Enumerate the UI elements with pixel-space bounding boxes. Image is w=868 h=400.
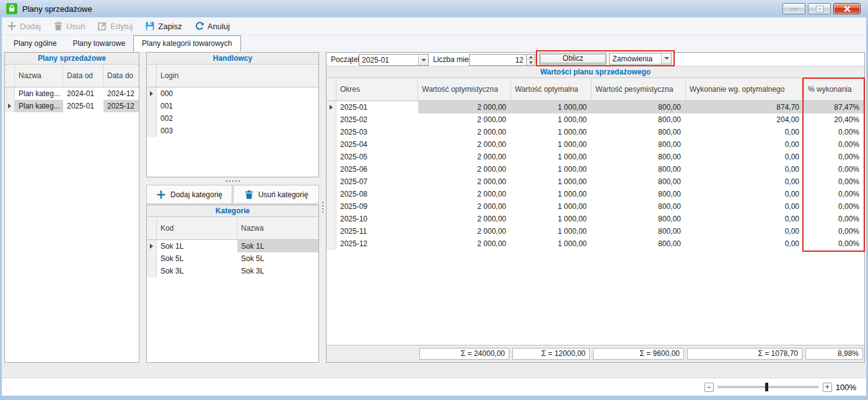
cell[interactable]: 2025-04 (336, 138, 418, 151)
cell[interactable]: 1 000,00 (511, 213, 592, 225)
minimize-button[interactable] (783, 3, 805, 14)
cell[interactable]: 874,70 (686, 101, 804, 113)
cell[interactable]: 800,00 (592, 151, 686, 163)
cell[interactable]: 000 (157, 87, 318, 100)
cell[interactable]: 2 000,00 (418, 188, 511, 200)
zoom-out-button[interactable]: − (704, 383, 714, 392)
cell[interactable]: 2 000,00 (418, 200, 511, 213)
table-row[interactable]: 2025-062 000,001 000,00800,000,000,00% (336, 163, 864, 176)
chevron-down-icon[interactable] (418, 55, 428, 65)
start-period-select[interactable]: 2025-01 (359, 54, 429, 66)
cell[interactable]: 800,00 (592, 200, 686, 213)
cell[interactable]: 204,00 (686, 113, 804, 126)
horizontal-splitter[interactable] (146, 178, 319, 184)
cell[interactable]: 1 000,00 (511, 113, 592, 126)
cell[interactable]: 0,00% (804, 163, 864, 176)
source-select[interactable]: Zamówienia (609, 53, 672, 64)
cell[interactable]: 1 000,00 (511, 176, 592, 188)
spin-up-icon[interactable] (527, 55, 535, 60)
column-header[interactable]: Wykonanie wg. optymalnego (686, 78, 804, 100)
cell[interactable]: 2025-11 (336, 225, 418, 238)
tab-plany-ogolne[interactable]: Plany ogólne (6, 36, 64, 51)
cell[interactable]: 0,00% (804, 238, 864, 250)
cell[interactable]: 0,00 (686, 126, 804, 138)
cell[interactable]: 0,00 (686, 213, 804, 225)
cell[interactable]: 1 000,00 (511, 238, 592, 250)
table-row[interactable]: Plan kateg...2025-012025-12 (15, 100, 139, 112)
cell[interactable]: 2 000,00 (418, 238, 511, 250)
cell[interactable]: 2025-06 (336, 163, 418, 176)
cancel-button[interactable]: Anuluj (195, 21, 230, 31)
table-row[interactable]: 2025-052 000,001 000,00800,000,000,00% (336, 151, 864, 163)
table-row[interactable]: Plan kateg...2024-012024-12 (15, 87, 139, 100)
cell[interactable]: 0,00 (686, 238, 804, 250)
cell[interactable]: 800,00 (592, 138, 686, 151)
column-header[interactable]: Wartość optymistyczna (418, 78, 511, 100)
cell[interactable]: 2025-08 (336, 188, 418, 200)
cell[interactable]: 1 000,00 (511, 200, 592, 213)
tab-plany-kategorii-towarowych[interactable]: Plany kategorii towarowych (133, 35, 240, 52)
cell[interactable]: 003 (157, 125, 318, 137)
cell[interactable]: 0,00% (804, 213, 864, 225)
column-header[interactable]: % wykonania (804, 78, 864, 100)
column-header[interactable]: Wartość pesymistyczna (592, 78, 686, 100)
calculate-button[interactable]: Oblicz (539, 53, 607, 64)
restore-button[interactable] (808, 3, 831, 14)
column-header[interactable]: Data do (103, 64, 139, 87)
table-row[interactable]: 2025-102 000,001 000,00800,000,000,00% (336, 213, 864, 225)
title-bar[interactable]: Plany sprzedażowe (0, 0, 868, 17)
cell[interactable]: 1 000,00 (511, 163, 592, 176)
column-header[interactable]: Login (157, 64, 318, 87)
cell[interactable]: 0,00% (804, 126, 864, 138)
cell[interactable]: 20,40% (804, 113, 864, 126)
table-row[interactable]: Sok 3LSok 3L (157, 265, 318, 277)
cell[interactable]: 1 000,00 (511, 151, 592, 163)
tab-plany-towarowe[interactable]: Plany towarowe (64, 36, 133, 51)
cell[interactable]: 800,00 (592, 238, 686, 250)
table-row[interactable]: 2025-112 000,001 000,00800,000,000,00% (336, 225, 864, 238)
close-button[interactable] (833, 3, 861, 14)
cell[interactable]: 0,00% (804, 151, 864, 163)
cell[interactable]: Sok 1L (157, 240, 237, 252)
chevron-down-icon[interactable] (661, 53, 671, 64)
cell[interactable]: 0,00% (804, 200, 864, 213)
cell[interactable]: 0,00% (804, 138, 864, 151)
cell[interactable]: Sok 1L (237, 240, 318, 252)
spin-down-icon[interactable] (527, 60, 535, 65)
cell[interactable]: 2025-12 (336, 238, 418, 250)
cell[interactable]: 0,00 (686, 225, 804, 238)
column-header[interactable]: Kod (157, 217, 237, 239)
table-row[interactable]: 002 (157, 112, 318, 125)
cell[interactable]: 800,00 (592, 176, 686, 188)
table-row[interactable]: Sok 5LSok 5L (157, 252, 318, 265)
cell[interactable]: 800,00 (592, 225, 686, 238)
cell[interactable]: 2025-10 (336, 213, 418, 225)
cell[interactable]: 1 000,00 (511, 138, 592, 151)
cell[interactable]: 0,00 (686, 200, 804, 213)
cell[interactable]: 2025-12 (103, 100, 139, 112)
cell[interactable]: 2025-01 (63, 100, 103, 112)
table-row[interactable]: Sok 1LSok 1L (157, 240, 318, 252)
cell[interactable]: 002 (157, 112, 318, 125)
cell[interactable]: 2 000,00 (418, 101, 511, 113)
cell[interactable]: 2025-05 (336, 151, 418, 163)
cell[interactable]: 2025-02 (336, 113, 418, 126)
cell[interactable]: 0,00% (804, 188, 864, 200)
cell[interactable]: Sok 3L (237, 265, 318, 277)
cell[interactable]: 2024-12 (103, 87, 139, 100)
table-row[interactable]: 2025-072 000,001 000,00800,000,000,00% (336, 176, 864, 188)
table-row[interactable]: 003 (157, 125, 318, 137)
cell[interactable]: 1 000,00 (511, 126, 592, 138)
cell[interactable]: 800,00 (592, 188, 686, 200)
cell[interactable]: 2 000,00 (418, 163, 511, 176)
cell[interactable]: 2025-03 (336, 126, 418, 138)
cell[interactable]: 800,00 (592, 101, 686, 113)
cell[interactable]: 2 000,00 (418, 126, 511, 138)
table-row[interactable]: 2025-032 000,001 000,00800,000,000,00% (336, 126, 864, 138)
zoom-in-button[interactable]: + (823, 383, 832, 392)
cell[interactable]: 2025-01 (336, 101, 418, 113)
cell[interactable]: 2025-09 (336, 200, 418, 213)
cell[interactable]: Sok 5L (157, 252, 237, 265)
cell[interactable]: 800,00 (592, 113, 686, 126)
cell[interactable]: 2 000,00 (418, 113, 511, 126)
